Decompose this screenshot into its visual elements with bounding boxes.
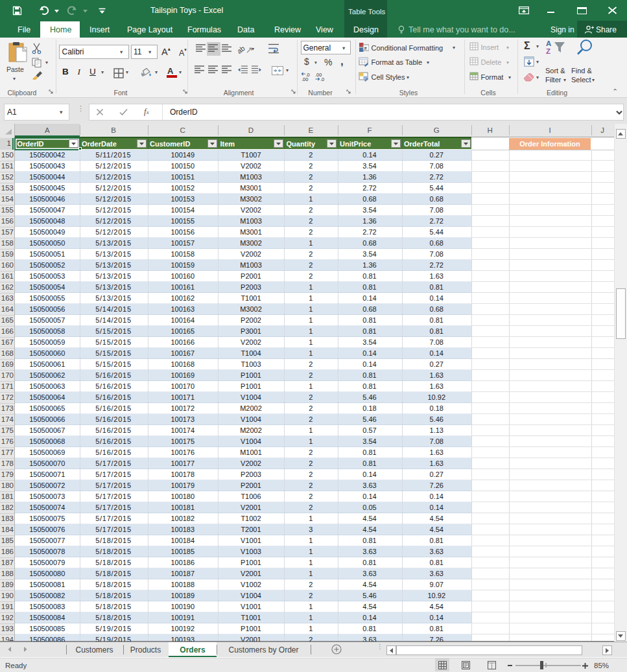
svg-text:.00: .00 (302, 76, 308, 82)
svg-text:ab: ab (238, 44, 246, 55)
svg-text:≠: ≠ (364, 45, 368, 51)
svg-text:.0: .0 (320, 76, 324, 82)
